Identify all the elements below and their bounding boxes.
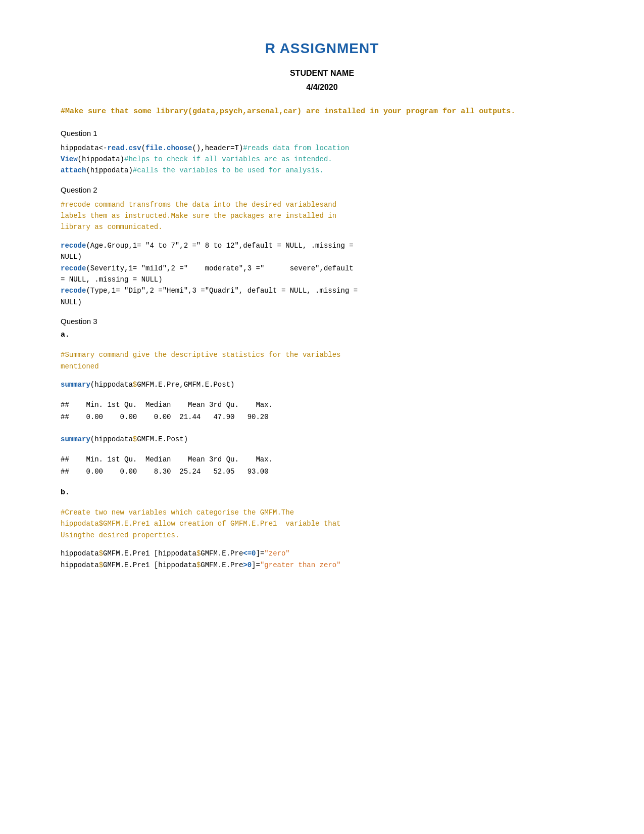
student-name-label: STUDENT NAME (61, 69, 583, 78)
q1-rest-line1: (),header=T) (192, 144, 243, 152)
q3b-label: b. (61, 488, 583, 497)
summary-code1-rest: GMFM.E.Pre,GMFM.E.Post) (137, 381, 234, 389)
q1-file-choose-kw: file.choose (145, 144, 192, 152)
page-title: R ASSIGNMENT (61, 40, 583, 57)
recode-line2-end: = NULL, .missing = NULL) (61, 275, 163, 284)
q3b-hippodata1: hippodata (61, 549, 99, 558)
q1-read-csv-kw: read.csv (107, 144, 141, 152)
summary-kw-1: summary (61, 381, 90, 389)
intro-comment: #Make sure that some library(gdata,psych… (61, 106, 583, 118)
q1-code: hippodata<-read.csv(file.choose(),header… (61, 143, 583, 176)
q3b-str2: "greater than zero" (260, 561, 341, 569)
recode-line1-null: NULL) (61, 253, 82, 261)
summary-code2-paren: (hippodata (90, 435, 133, 443)
question-3-label: Question 3 (61, 317, 583, 326)
q2-comment-block: #recode command transfroms the data into… (61, 199, 583, 233)
q3a-code2: summary(hippodata$GMFM.E.Post) (61, 434, 583, 445)
dollar-1: $ (133, 381, 137, 389)
recode-line3-null: NULL) (61, 298, 82, 306)
q1-view-kw: View (61, 155, 78, 163)
recode-line2-rest: (Severity,1= "mild",2 =" moderate",3 =" … (86, 264, 353, 272)
q3a-output2: ## Min. 1st Qu. Median Mean 3rd Qu. Max.… (61, 454, 583, 478)
recode-kw-3: recode (61, 287, 86, 295)
question-2-label: Question 2 (61, 186, 583, 194)
q3b-cond1: GMFM.E.Pre (201, 549, 243, 558)
q2-recode-code: recode(Age.Group,1= "4 to 7",2 =" 8 to 1… (61, 240, 583, 308)
q3b-eq2: ]= (252, 561, 260, 569)
dollar-5: $ (99, 561, 103, 569)
recode-kw-2: recode (61, 264, 86, 272)
q3b-eq1: ]= (256, 549, 265, 558)
summary-kw-2: summary (61, 435, 90, 443)
q1-comment1: #reads data from location (243, 144, 349, 152)
q1-attach-rest: (hippodata) (86, 166, 132, 174)
q3a-label: a. (61, 331, 583, 339)
summary-code2-rest: GMFM.E.Post) (137, 435, 188, 443)
q3b-leq: <=0 (243, 549, 256, 558)
q3a-output1: ## Min. 1st Qu. Median Mean 3rd Qu. Max.… (61, 399, 583, 424)
q3b-cond2: GMFM.E.Pre (201, 561, 243, 569)
question-1-label: Question 1 (61, 129, 583, 137)
q1-open-paren: ( (141, 144, 145, 152)
summary-code1-paren: (hippodata (90, 381, 133, 389)
q3a-comment: #Summary command give the descriptive st… (61, 349, 583, 372)
q3b-var1: GMFM.E.Pre1 [hippodata (103, 549, 196, 558)
q3b-comment: #Create two new variables which categori… (61, 507, 583, 541)
recode-line3-rest: (Type,1= "Dip",2 ="Hemi",3 ="Quadri", de… (86, 287, 358, 295)
q3a-code1: summary(hippodata$GMFM.E.Pre,GMFM.E.Post… (61, 379, 583, 390)
q1-comment3: #calls the variables to be used for anal… (133, 166, 324, 174)
date-label: 4/4/2020 (61, 83, 583, 92)
q1-code-hippodata: hippodata<- (61, 144, 107, 152)
q3b-var2: GMFM.E.Pre1 [hippodata (103, 561, 196, 569)
q1-attach-kw: attach (61, 166, 86, 174)
q1-comment2: #helps to check if all variables are as … (124, 155, 332, 163)
q3b-str1: "zero" (264, 549, 289, 558)
recode-kw-1: recode (61, 242, 86, 250)
dollar-3: $ (99, 549, 103, 558)
q3b-code: hippodata$GMFM.E.Pre1 [hippodata$GMFM.E.… (61, 548, 583, 571)
q3b-hippodata2: hippodata (61, 561, 99, 569)
q1-view-rest: (hippodata) (78, 155, 124, 163)
recode-line1-rest: (Age.Group,1= "4 to 7",2 =" 8 to 12",def… (86, 242, 353, 250)
q3b-gt: >0 (243, 561, 252, 569)
dollar-2: $ (133, 435, 137, 443)
